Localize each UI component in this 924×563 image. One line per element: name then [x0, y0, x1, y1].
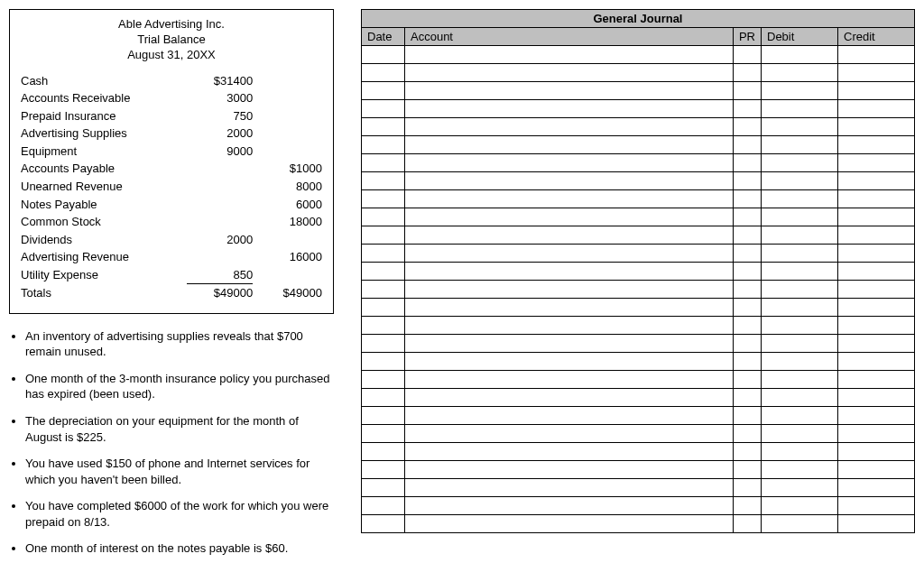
journal-cell[interactable]: [733, 497, 761, 515]
journal-cell[interactable]: [762, 353, 838, 371]
journal-cell[interactable]: [838, 100, 915, 118]
journal-cell[interactable]: [762, 425, 838, 443]
journal-cell[interactable]: [362, 226, 405, 245]
journal-cell[interactable]: [405, 425, 734, 443]
journal-cell[interactable]: [405, 245, 734, 263]
journal-cell[interactable]: [762, 172, 838, 190]
journal-cell[interactable]: [733, 172, 761, 190]
journal-cell[interactable]: [762, 190, 838, 208]
journal-cell[interactable]: [838, 515, 915, 533]
journal-cell[interactable]: [362, 281, 405, 299]
journal-cell[interactable]: [405, 263, 734, 281]
journal-cell[interactable]: [405, 190, 734, 208]
journal-cell[interactable]: [362, 407, 405, 425]
journal-cell[interactable]: [362, 425, 405, 443]
journal-cell[interactable]: [362, 190, 405, 208]
journal-cell[interactable]: [733, 461, 761, 479]
journal-cell[interactable]: [762, 281, 838, 299]
journal-cell[interactable]: [362, 353, 405, 371]
journal-cell[interactable]: [405, 497, 734, 515]
journal-cell[interactable]: [762, 64, 838, 82]
journal-cell[interactable]: [362, 443, 405, 461]
journal-cell[interactable]: [762, 371, 838, 389]
journal-cell[interactable]: [762, 299, 838, 317]
journal-cell[interactable]: [733, 353, 761, 371]
journal-cell[interactable]: [405, 479, 734, 497]
journal-cell[interactable]: [405, 82, 734, 100]
journal-cell[interactable]: [733, 425, 761, 443]
journal-cell[interactable]: [838, 443, 915, 461]
journal-cell[interactable]: [362, 371, 405, 389]
journal-cell[interactable]: [733, 299, 761, 317]
journal-cell[interactable]: [838, 299, 915, 317]
journal-cell[interactable]: [838, 371, 915, 389]
journal-cell[interactable]: [733, 245, 761, 263]
journal-cell[interactable]: [362, 515, 405, 533]
journal-cell[interactable]: [762, 317, 838, 335]
journal-cell[interactable]: [405, 100, 734, 118]
journal-cell[interactable]: [733, 190, 761, 208]
journal-cell[interactable]: [762, 226, 838, 245]
journal-cell[interactable]: [733, 515, 761, 533]
journal-cell[interactable]: [362, 172, 405, 190]
journal-cell[interactable]: [362, 335, 405, 353]
journal-cell[interactable]: [838, 154, 915, 172]
journal-cell[interactable]: [362, 118, 405, 136]
journal-cell[interactable]: [362, 154, 405, 172]
journal-cell[interactable]: [362, 46, 405, 64]
journal-cell[interactable]: [838, 190, 915, 208]
journal-cell[interactable]: [733, 136, 761, 154]
journal-cell[interactable]: [733, 281, 761, 299]
journal-cell[interactable]: [405, 64, 734, 82]
journal-cell[interactable]: [733, 443, 761, 461]
journal-cell[interactable]: [762, 154, 838, 172]
journal-cell[interactable]: [762, 479, 838, 497]
journal-cell[interactable]: [405, 46, 734, 64]
journal-cell[interactable]: [838, 389, 915, 407]
journal-cell[interactable]: [762, 497, 838, 515]
journal-cell[interactable]: [362, 389, 405, 407]
journal-cell[interactable]: [762, 208, 838, 226]
journal-cell[interactable]: [405, 389, 734, 407]
journal-cell[interactable]: [838, 46, 915, 64]
journal-cell[interactable]: [405, 443, 734, 461]
journal-cell[interactable]: [405, 118, 734, 136]
journal-cell[interactable]: [405, 172, 734, 190]
journal-cell[interactable]: [405, 281, 734, 299]
journal-cell[interactable]: [362, 497, 405, 515]
journal-cell[interactable]: [762, 515, 838, 533]
journal-cell[interactable]: [838, 335, 915, 353]
journal-cell[interactable]: [762, 118, 838, 136]
journal-cell[interactable]: [405, 371, 734, 389]
journal-cell[interactable]: [838, 136, 915, 154]
journal-cell[interactable]: [838, 353, 915, 371]
journal-cell[interactable]: [733, 100, 761, 118]
journal-cell[interactable]: [362, 136, 405, 154]
journal-cell[interactable]: [733, 46, 761, 64]
journal-cell[interactable]: [762, 263, 838, 281]
journal-cell[interactable]: [838, 226, 915, 245]
journal-cell[interactable]: [838, 407, 915, 425]
journal-cell[interactable]: [838, 82, 915, 100]
journal-cell[interactable]: [762, 461, 838, 479]
journal-cell[interactable]: [362, 100, 405, 118]
journal-cell[interactable]: [362, 263, 405, 281]
journal-cell[interactable]: [762, 443, 838, 461]
journal-cell[interactable]: [362, 64, 405, 82]
journal-cell[interactable]: [733, 226, 761, 245]
journal-cell[interactable]: [762, 136, 838, 154]
journal-cell[interactable]: [405, 407, 734, 425]
journal-cell[interactable]: [405, 208, 734, 226]
journal-cell[interactable]: [838, 263, 915, 281]
journal-cell[interactable]: [733, 64, 761, 82]
journal-cell[interactable]: [838, 425, 915, 443]
journal-cell[interactable]: [733, 479, 761, 497]
journal-cell[interactable]: [838, 317, 915, 335]
journal-cell[interactable]: [362, 461, 405, 479]
journal-cell[interactable]: [362, 479, 405, 497]
journal-cell[interactable]: [362, 208, 405, 226]
journal-cell[interactable]: [733, 317, 761, 335]
journal-cell[interactable]: [733, 118, 761, 136]
journal-cell[interactable]: [733, 263, 761, 281]
journal-cell[interactable]: [733, 389, 761, 407]
